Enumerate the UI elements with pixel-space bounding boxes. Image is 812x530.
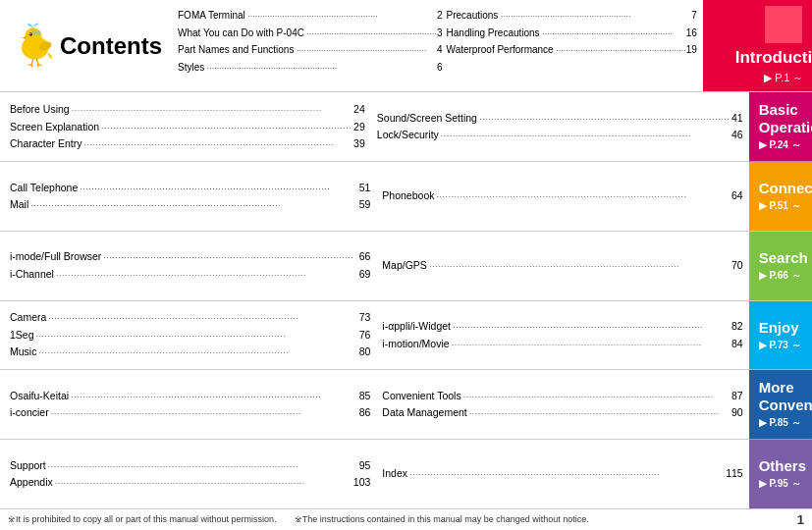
entry-line: Before Using····························… — [10, 101, 365, 118]
section-left-search: i-mode/Full Browser·····················… — [0, 232, 376, 300]
section-left-more: Osaifu-Keitai···························… — [0, 370, 376, 439]
sidebar-block-title: Convenient — [759, 397, 812, 414]
entry-dots: ········································… — [49, 406, 359, 421]
entry-page: 80 — [359, 344, 371, 360]
entry-dots: ········································… — [450, 338, 731, 352]
toc-num: 16 — [686, 26, 697, 40]
section-row-connect: Call Telephone··························… — [0, 162, 749, 232]
entry-line: Osaifu-Keitai···························… — [10, 388, 370, 404]
section-right-basic: Sound/Screen Setting····················… — [371, 92, 749, 161]
entry-name: Lock/Security — [377, 127, 439, 143]
entry-page: 82 — [731, 318, 743, 335]
entry-line: Character Entry·························… — [10, 135, 365, 152]
toc-dots: ········································… — [554, 44, 686, 58]
entry-line: i-mode/Full Browser·····················… — [10, 248, 370, 265]
toc-entry: Part Names and Functions ···············… — [178, 42, 443, 58]
entry-dots: ········································… — [28, 198, 358, 213]
entry-name: Appendix — [10, 474, 53, 491]
entry-line: Call Telephone··························… — [10, 180, 370, 196]
entry-name: Call Telephone — [10, 180, 78, 196]
entry-line: Screen Explanation······················… — [10, 119, 365, 135]
entry-line: i-Channel·······························… — [10, 266, 370, 283]
entry-line: Camera··································… — [10, 309, 370, 326]
entry-page: 29 — [353, 119, 365, 135]
toc-dots: ········································… — [294, 44, 437, 58]
entry-line: i-concier·······························… — [10, 404, 370, 421]
entry-line: Index···································… — [382, 465, 742, 482]
entry-name: Music — [10, 344, 36, 360]
entry-name: Screen Explanation — [10, 119, 99, 135]
toc-num: 6 — [437, 60, 443, 75]
entry-dots: ········································… — [427, 259, 731, 274]
intro-sub: ▶ P.1 ～ — [764, 71, 803, 85]
entry-line: 1Seg····································… — [10, 327, 370, 344]
sidebar-block-title: More — [759, 379, 794, 397]
footer: ※It is prohibited to copy all or part of… — [0, 508, 812, 530]
sidebar-block-title: Enjoy — [759, 319, 799, 337]
entry-dots: ········································… — [434, 189, 731, 204]
entry-line: Convenient Tools························… — [382, 388, 742, 404]
entry-page: 41 — [731, 110, 743, 127]
toc-entry: Handling Precautions ···················… — [447, 26, 697, 41]
entry-page: 39 — [353, 135, 365, 152]
svg-point-12 — [32, 30, 41, 35]
toc-num: 3 — [437, 26, 443, 40]
entry-dots: ········································… — [407, 467, 726, 482]
toc-left: FOMA Terminal ··························… — [178, 8, 443, 83]
entry-dots: ········································… — [34, 329, 359, 344]
toc-dots: ········································… — [204, 62, 437, 76]
entry-dots: ········································… — [451, 320, 731, 335]
entry-name: Index — [382, 465, 407, 482]
intro-icon — [765, 6, 802, 43]
toc-num: 7 — [691, 8, 697, 23]
toc-right: Precautions ····························… — [447, 8, 697, 83]
entry-dots: ········································… — [467, 406, 731, 421]
sections-sidebar: BasicOperation▶ P.24 ～Connect▶ P.51 ～Sea… — [749, 92, 812, 508]
entry-page: 103 — [353, 474, 371, 491]
entry-line: Support·································… — [10, 457, 370, 474]
sidebar-block-basic: BasicOperation▶ P.24 ～ — [749, 92, 812, 162]
entry-name: Sound/Screen Setting — [377, 110, 477, 127]
toc-name: FOMA Terminal — [178, 8, 245, 23]
toc-entry: Waterproof Performance ·················… — [447, 42, 697, 58]
toc-entry: Styles ·································… — [178, 60, 443, 76]
entry-line: Appendix································… — [10, 474, 370, 491]
sidebar-block-search: Search▶ P.66 ～ — [749, 232, 812, 301]
svg-point-4 — [29, 33, 30, 34]
section-row-basic: Before Using····························… — [0, 92, 749, 162]
entry-page: 85 — [359, 388, 371, 404]
contents-title: Contents — [60, 32, 162, 60]
sidebar-block-title: Search — [759, 249, 808, 267]
entry-name: i-αppli/i-Widget — [382, 318, 451, 335]
sidebar-block-title: Connect — [759, 180, 812, 197]
toc-name: Handling Precautions — [447, 26, 540, 40]
entry-name: 1Seg — [10, 327, 34, 344]
bird-icon — [10, 19, 56, 73]
entry-name: Data Management — [382, 404, 466, 421]
entry-page: 84 — [731, 336, 743, 352]
introduction-sidebar: Introduction ▶ P.1 ～ — [703, 0, 812, 91]
sidebar-block-connect: Connect▶ P.51 ～ — [749, 162, 812, 232]
entry-name: Phonebook — [382, 187, 434, 204]
toc-name: Part Names and Functions — [178, 42, 294, 57]
sidebar-block-title: Operation — [759, 119, 812, 136]
toc-name: Styles — [178, 60, 204, 75]
entry-dots: ········································… — [101, 250, 358, 265]
svg-marker-2 — [22, 36, 27, 39]
entry-page: 51 — [359, 180, 371, 196]
entry-dots: ········································… — [36, 345, 358, 360]
sidebar-block-sub: ▶ P.95 ～ — [759, 477, 801, 491]
entry-dots: ········································… — [439, 129, 731, 143]
entry-name: Map/GPS — [382, 257, 427, 274]
section-left-connect: Call Telephone··························… — [0, 162, 376, 231]
entry-dots: ········································… — [53, 476, 353, 491]
section-right-connect: Phonebook·······························… — [376, 162, 748, 231]
header: Contents FOMA Terminal ·················… — [0, 0, 812, 92]
entry-name: i-motion/Movie — [382, 336, 449, 352]
entry-dots: ········································… — [70, 103, 353, 118]
toc-num: 4 — [437, 42, 443, 57]
entry-name: Convenient Tools — [382, 388, 460, 404]
section-row-others: Support·································… — [0, 440, 749, 508]
toc-name: Waterproof Performance — [447, 42, 554, 57]
entry-dots: ········································… — [82, 137, 354, 152]
